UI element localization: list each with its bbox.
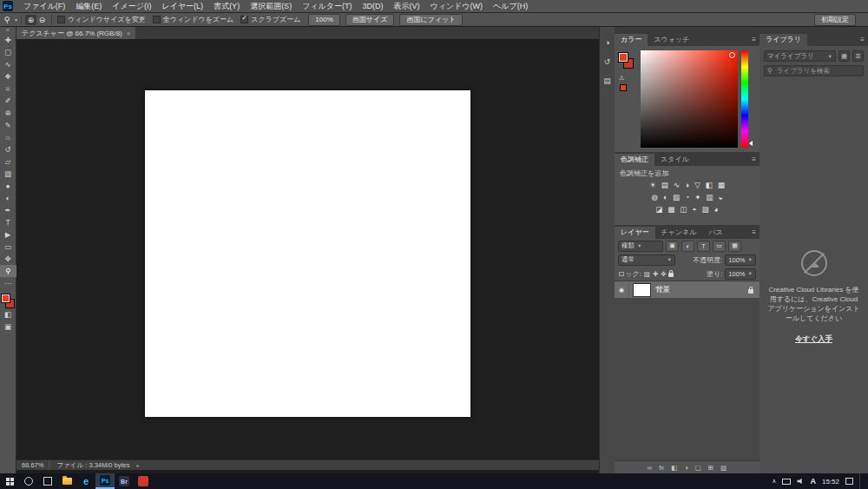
layer-row-background[interactable]: ◉ 背景	[615, 281, 760, 298]
adjustment-icon[interactable]: ▥	[706, 192, 713, 202]
display-tray-icon[interactable]	[782, 479, 791, 485]
background-lock-icon[interactable]	[748, 289, 753, 294]
file-explorer-button[interactable]	[57, 473, 76, 489]
fit-on-screen-button[interactable]: 画面にフィット	[399, 14, 463, 26]
collapsed-panel-icon-1[interactable]: ◑	[602, 37, 614, 48]
lasso-tool[interactable]: ∿	[0, 58, 16, 70]
color-saturation-field[interactable]	[641, 50, 738, 148]
hue-slider-marker[interactable]	[749, 141, 753, 146]
layer-visibility-toggle[interactable]: ◉	[615, 281, 629, 298]
adjustment-icon[interactable]: ▨	[702, 204, 709, 215]
zoom-tool[interactable]: ⚲	[0, 265, 16, 277]
web-color-cube-icon[interactable]	[620, 84, 627, 91]
fit-screen-size-button[interactable]: 画面サイズ	[345, 14, 395, 26]
list-view-icon[interactable]: ☰	[852, 50, 864, 62]
pen-tool[interactable]: ✒	[0, 204, 16, 216]
panel-menu-icon[interactable]: ≡	[752, 227, 756, 239]
blend-mode-dropdown[interactable]: 通常 ▼	[618, 254, 675, 266]
adjustment-icon[interactable]: ∿	[674, 180, 680, 190]
adjustment-icon[interactable]: ☀	[649, 180, 656, 190]
menu-item-help[interactable]: ヘルプ(H)	[488, 0, 533, 13]
tray-expand-icon[interactable]: ∧	[772, 478, 776, 485]
adjustment-icon[interactable]: ◪	[655, 204, 662, 215]
layer-name[interactable]: 背景	[655, 285, 748, 295]
filter-adjustment-layers-icon[interactable]: ◐	[681, 241, 694, 252]
layer-thumbnail[interactable]	[633, 283, 651, 297]
search-button[interactable]	[19, 473, 38, 489]
checkbox-box[interactable]	[57, 16, 65, 23]
layer-group-icon[interactable]: ▢	[695, 464, 701, 472]
eraser-tool[interactable]: ▱	[0, 155, 16, 168]
tab-adjustments[interactable]: 色調補正	[615, 154, 654, 166]
adjustment-icon[interactable]: ◫	[680, 204, 687, 215]
filter-type-layers-icon[interactable]: T	[697, 241, 710, 252]
lock-position-icon[interactable]: ✥	[661, 270, 666, 278]
tab-styles[interactable]: スタイル	[654, 154, 695, 166]
adjustment-icon[interactable]: ◕	[714, 204, 719, 215]
checkbox-box[interactable]	[153, 16, 161, 23]
notification-center-icon[interactable]	[845, 478, 853, 485]
foreground-background-swatches[interactable]	[1, 294, 15, 308]
screen-mode-button[interactable]: ▣	[0, 320, 16, 333]
history-brush-tool[interactable]: ↺	[0, 143, 16, 155]
workspace-switcher-button[interactable]: 初期設定	[814, 14, 856, 26]
edge-button[interactable]: e	[76, 473, 95, 489]
gamut-warning-icon[interactable]: ⚠	[619, 75, 624, 82]
foreground-color-swatch[interactable]	[618, 52, 628, 63]
layer-mask-icon[interactable]: ◧	[671, 464, 677, 472]
delete-layer-icon[interactable]: ▥	[720, 464, 727, 472]
path-selection-tool[interactable]: ▶	[0, 228, 16, 241]
quick-selection-tool[interactable]: ❖	[0, 70, 16, 83]
panel-menu-icon[interactable]: ≡	[752, 154, 756, 166]
collapsed-panel-icon-3[interactable]: ▤	[602, 76, 614, 86]
grid-view-icon[interactable]: ▦	[838, 50, 850, 62]
adjustment-icon[interactable]: ◑	[685, 180, 689, 190]
tab-layers[interactable]: レイヤー	[615, 227, 655, 239]
edit-toolbar-button[interactable]: ⋯	[0, 277, 16, 289]
move-tool[interactable]: ✚	[0, 34, 16, 46]
panel-menu-icon[interactable]: ≡	[860, 34, 865, 46]
menu-item-3d[interactable]: 3D(D)	[357, 0, 388, 13]
lock-transparency-icon[interactable]: ▨	[644, 270, 650, 278]
status-menu-arrow-icon[interactable]: ▸	[137, 462, 140, 468]
adjustment-icon[interactable]: ◓	[692, 204, 696, 215]
resize-window-checkbox[interactable]: ウィンドウサイズを変更	[57, 15, 146, 24]
photoshop-taskbar-button[interactable]: Ps	[95, 473, 115, 489]
menu-item-type[interactable]: 書式(Y)	[208, 0, 245, 13]
brush-tool[interactable]: ✎	[0, 119, 16, 131]
menu-item-select[interactable]: 選択範囲(S)	[245, 0, 297, 13]
filter-pixel-layers-icon[interactable]: ▣	[666, 241, 679, 252]
library-search-input[interactable]	[775, 66, 860, 76]
adjustment-icon[interactable]: ▦	[718, 180, 725, 190]
clone-stamp-tool[interactable]: ⌂	[0, 131, 16, 143]
adjustment-icon[interactable]: ▤	[661, 180, 668, 190]
adjustment-icon[interactable]: ▧	[673, 192, 680, 202]
scrubby-zoom-checkbox[interactable]: スクラブズーム	[240, 15, 300, 24]
healing-brush-tool[interactable]: ⊕	[0, 107, 16, 119]
opacity-dropdown[interactable]: 100% ▼	[725, 254, 756, 266]
adjustment-layer-icon[interactable]: ◑	[684, 464, 688, 472]
canvas-area[interactable]	[16, 39, 599, 459]
panel-menu-icon[interactable]: ≡	[752, 34, 756, 46]
tab-channels[interactable]: チャンネル	[655, 227, 703, 239]
tab-swatches[interactable]: スウォッチ	[648, 34, 695, 46]
tab-color[interactable]: カラー	[615, 34, 648, 46]
menu-item-filter[interactable]: フィルター(T)	[297, 0, 357, 13]
acrobat-taskbar-button[interactable]	[134, 473, 153, 489]
adjustment-icon[interactable]: ◒	[718, 192, 722, 202]
menu-item-view[interactable]: 表示(V)	[388, 0, 424, 13]
layer-filter-kind-dropdown[interactable]: 種類 ▼	[618, 241, 663, 252]
menu-item-layer[interactable]: レイヤー(L)	[156, 0, 208, 13]
tab-paths[interactable]: パス	[703, 227, 729, 239]
eyedropper-tool[interactable]: ✐	[0, 95, 16, 107]
bridge-taskbar-button[interactable]: Br	[115, 473, 134, 489]
zoom-in-toggle-button[interactable]: ⊕	[25, 15, 36, 25]
adjustment-icon[interactable]: ◍	[651, 192, 657, 202]
zoom-out-toggle-button[interactable]: ⊖	[36, 15, 48, 25]
adjustment-icon[interactable]: ◐	[663, 192, 667, 202]
fill-dropdown[interactable]: 100% ▼	[725, 268, 756, 280]
marquee-tool[interactable]: ▢	[0, 46, 16, 58]
start-button[interactable]	[0, 473, 19, 489]
hand-tool[interactable]: ✥	[0, 253, 16, 265]
ime-indicator[interactable]: A	[810, 477, 816, 486]
